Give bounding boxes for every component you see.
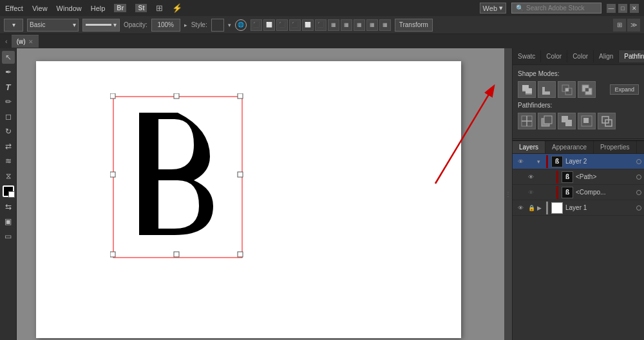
style-select[interactable]: Basic ▾ [27, 19, 79, 32]
color-tab-1[interactable]: Color [541, 50, 567, 62]
eye-icon-compo[interactable]: 👁 [526, 187, 536, 198]
stroke-preview[interactable]: ▾ [82, 19, 120, 32]
unite-btn[interactable] [518, 81, 536, 98]
path-tool[interactable]: ✏ [2, 95, 15, 108]
stroke-toggle[interactable]: ⇆ [2, 200, 15, 213]
search-box[interactable]: 🔍 Search Adobe Stock [511, 3, 601, 14]
document-tab[interactable]: (w) ✕ [12, 35, 39, 48]
trim-btn[interactable] [538, 113, 556, 129]
minimize-btn[interactable]: — [607, 4, 616, 13]
exclude-btn[interactable] [578, 81, 596, 98]
expand-btn[interactable]: Expand [610, 84, 639, 95]
intersect-btn[interactable] [558, 81, 576, 98]
properties-tab[interactable]: Properties [594, 141, 637, 153]
distribute-left[interactable]: ▦ [328, 19, 339, 31]
fill-color[interactable] [3, 185, 14, 197]
layer-thumb-layer1 [551, 202, 563, 214]
main-layout: ↖ ✒ T ✏ ◻ ↻ ⇄ ≋ ⧖ ⇆ ▣ ▭ [0, 48, 644, 340]
tab-close-btn[interactable]: ✕ [28, 39, 33, 45]
stroke-line [86, 24, 111, 26]
expand-layer2[interactable]: ▾ [537, 158, 545, 165]
toolbar-right-icons: ⊞ ≫ [613, 19, 640, 32]
layer-target-compo[interactable] [636, 190, 641, 195]
grid-btn[interactable]: ⊞ [156, 3, 163, 13]
eye-icon-layer1[interactable]: 👁 [515, 203, 526, 213]
layer-target-path[interactable] [636, 175, 641, 180]
layers-tab[interactable]: Layers [513, 141, 545, 153]
restore-btn[interactable]: □ [618, 4, 627, 13]
merge-btn[interactable] [558, 113, 576, 129]
reflect-tool[interactable]: ⇄ [2, 140, 15, 153]
align-bottom[interactable]: ⬛ [315, 19, 327, 31]
layer-target-layer1[interactable] [636, 205, 641, 211]
rotate-tool[interactable]: ↻ [2, 125, 15, 138]
appearance-tab[interactable]: Appearance [545, 141, 594, 153]
menu-help[interactable]: Help [91, 5, 106, 12]
screen-mode[interactable]: ▭ [2, 230, 15, 243]
type-tool[interactable]: T [2, 80, 15, 93]
selection-tool[interactable]: ↖ [2, 51, 15, 64]
menu-window[interactable]: Window [57, 5, 82, 12]
arrange-icon[interactable]: ⊞ [613, 19, 626, 32]
opacity-label: Opacity: [124, 21, 147, 28]
menu-bar: Effect View Window Help Br St ⊞ ⚡ Web ▾ … [0, 0, 644, 16]
layer-thumb-compo: ß [562, 187, 573, 198]
pen-tool[interactable]: ✒ [2, 66, 15, 79]
distribute-bottom[interactable]: ▦ [379, 19, 391, 31]
crop-btn[interactable] [578, 113, 596, 129]
distribute-center-h[interactable]: ▦ [341, 19, 352, 31]
divide-btn[interactable] [518, 113, 536, 129]
tool-select-dropdown[interactable]: ▾ [4, 19, 23, 32]
svg-rect-2 [174, 93, 179, 99]
lock-layer2 [527, 157, 536, 166]
color-tab-2[interactable]: Color [567, 50, 594, 62]
outline-btn[interactable] [598, 113, 616, 129]
distribute-right[interactable]: ▦ [354, 19, 365, 31]
stock-btn[interactable]: St [135, 4, 147, 12]
transform-btn[interactable]: Transform [395, 19, 433, 32]
style-swatch[interactable] [211, 19, 224, 32]
gradient-btn[interactable]: ▣ [2, 215, 15, 228]
minus-front-btn[interactable] [538, 81, 556, 98]
opacity-input[interactable] [151, 19, 180, 32]
svg-rect-1 [110, 93, 115, 99]
panel-resize-handle[interactable]: ⋮ [504, 48, 512, 340]
pathfinder-tab[interactable]: Pathfinder [619, 50, 644, 62]
align-center-h[interactable]: ⬜ [263, 19, 275, 31]
expand-layer1[interactable]: ▶ [537, 205, 545, 211]
pathfinder-panel-tabs: Swatc Color Color Align Pathfinder [513, 48, 644, 65]
layer-row-layer1[interactable]: 👁 🔒 ▶ Layer 1 [513, 200, 644, 216]
close-btn[interactable]: ✕ [630, 4, 639, 13]
plugin-btn[interactable]: ⚡ [172, 3, 182, 13]
bridge-btn[interactable]: Br [114, 4, 126, 12]
search-icon: 🔍 [516, 5, 524, 12]
toolbar: ▾ Basic ▾ ▾ Opacity: ▸ Style: ▾ 🌐 ⬛ ⬜ ⬛ … [0, 16, 644, 34]
warp-tool[interactable]: ≋ [2, 155, 15, 167]
globe-icon[interactable]: 🌐 [235, 19, 247, 31]
blend-tool[interactable]: ⧖ [2, 169, 15, 182]
tab-scroll-left[interactable]: ‹ [3, 37, 10, 45]
more-icon[interactable]: ≫ [627, 19, 640, 32]
eye-icon-path[interactable]: 👁 [526, 172, 536, 182]
distribute-top[interactable]: ▦ [366, 19, 378, 31]
align-tab[interactable]: Align [594, 50, 619, 62]
layer-row-path[interactable]: 👁 ß <Path> [513, 169, 644, 185]
swatches-tab[interactable]: Swatc [513, 50, 541, 62]
canvas-area[interactable] [17, 48, 504, 340]
align-center-v[interactable]: ⬜ [302, 19, 314, 31]
align-right[interactable]: ⬛ [276, 19, 288, 31]
align-top[interactable]: ⬛ [289, 19, 301, 31]
opacity-arrow[interactable]: ▸ [184, 22, 187, 28]
layer-row-layer2[interactable]: 👁 ▾ ß Layer 2 [513, 154, 644, 169]
svg-rect-17 [565, 88, 569, 91]
style-label: Style: [191, 21, 207, 28]
menu-effect[interactable]: Effect [5, 5, 23, 12]
menu-view[interactable]: View [32, 5, 48, 12]
eye-icon-layer2[interactable]: 👁 [515, 156, 526, 167]
layer-target-layer2[interactable] [636, 159, 641, 164]
layer-row-compo[interactable]: 👁 ß <Compo... [513, 185, 644, 200]
shape-tool[interactable]: ◻ [2, 110, 15, 123]
lock-layer1[interactable]: 🔒 [527, 203, 536, 212]
web-dropdown[interactable]: Web ▾ [480, 3, 506, 14]
align-left[interactable]: ⬛ [251, 19, 262, 31]
